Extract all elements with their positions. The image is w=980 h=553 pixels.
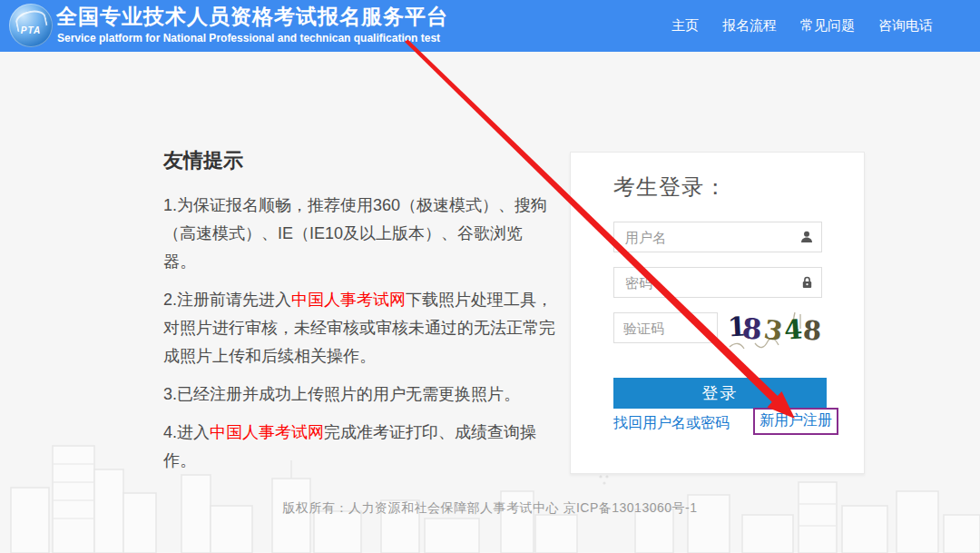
login-panel: 考生登录： 1 8 3 4 xyxy=(570,152,865,474)
captcha-digit: 8 xyxy=(802,317,822,344)
pta-logo-icon: PTA xyxy=(9,4,53,47)
tip-text: 2.注册前请先进入 xyxy=(163,291,291,309)
tips-section: 友情提示 1.为保证报名顺畅，推荐使用360（极速模式）、搜狗（高速模式）、IE… xyxy=(163,147,555,485)
tips-heading: 友情提示 xyxy=(163,147,555,174)
nav-faq[interactable]: 常见问题 xyxy=(800,17,855,35)
logo-text: PTA xyxy=(9,25,53,35)
header-nav: 主页 报名流程 常见问题 咨询电话 xyxy=(671,17,933,35)
username-field xyxy=(613,222,822,252)
tip-text: 3.已经注册并成功上传照片的用户无需更换照片。 xyxy=(163,385,520,403)
nav-registration-process[interactable]: 报名流程 xyxy=(722,17,777,35)
user-icon xyxy=(799,230,814,244)
new-user-register-link[interactable]: 新用户注册 xyxy=(753,408,838,435)
captcha-digit: 4 xyxy=(783,316,803,343)
tip-text: 1.为保证报名顺畅，推荐使用360（极速模式）、搜狗（高速模式）、IE（IE10… xyxy=(163,196,547,271)
nav-home[interactable]: 主页 xyxy=(671,17,699,35)
site-title: 全国专业技术人员资格考试报名服务平台 xyxy=(56,3,448,31)
password-field xyxy=(613,267,822,298)
site-subtitle: Service platform for National Profession… xyxy=(57,32,440,44)
lock-icon xyxy=(800,276,814,290)
header: PTA 全国专业技术人员资格考试报名服务平台 Service platform … xyxy=(0,0,980,52)
footer-copyright: 版权所有：人力资源和社会保障部人事考试中心 京ICP备13013060号-1 xyxy=(0,500,980,517)
captcha-input[interactable] xyxy=(614,313,717,342)
cpta-site-link[interactable]: 中国人事考试网 xyxy=(291,291,406,309)
tip-item-3: 3.已经注册并成功上传照片的用户无需更换照片。 xyxy=(163,380,555,409)
username-input[interactable] xyxy=(614,222,821,252)
tip-text: 4.进入 xyxy=(163,423,210,441)
page: PTA 全国专业技术人员资格考试报名服务平台 Service platform … xyxy=(0,0,980,553)
nav-consult-phone[interactable]: 咨询电话 xyxy=(878,17,933,35)
captcha-field xyxy=(613,312,718,343)
captcha-digit: 8 xyxy=(741,314,763,343)
tip-item-1: 1.为保证报名顺畅，推荐使用360（极速模式）、搜狗（高速模式）、IE（IE10… xyxy=(163,192,555,276)
tip-item-4: 4.进入中国人事考试网完成准考证打印、成绩查询操作。 xyxy=(163,419,555,475)
password-input[interactable] xyxy=(614,268,821,297)
login-button[interactable]: 登录 xyxy=(613,378,827,409)
captcha-image[interactable]: 1 8 3 4 8 xyxy=(724,307,826,350)
tip-item-2: 2.注册前请先进入中国人事考试网下载照片处理工具，对照片进行审核，未经审核或审核… xyxy=(163,286,555,370)
login-heading: 考生登录： xyxy=(613,173,727,202)
cpta-site-link[interactable]: 中国人事考试网 xyxy=(210,423,324,441)
forgot-credentials-link[interactable]: 找回用户名或密码 xyxy=(613,414,730,433)
